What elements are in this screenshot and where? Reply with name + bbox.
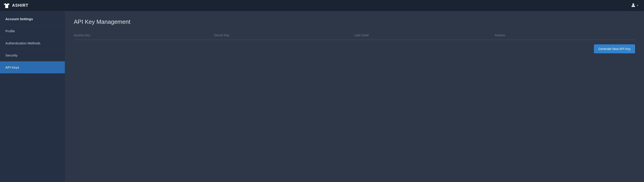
user-icon [631, 3, 636, 8]
brand-name: ASHIRT [12, 3, 28, 8]
navbar: ASHIRT ▼ [0, 0, 644, 11]
sidebar-item-label: Security [5, 53, 18, 57]
table-header-row: Access Key Secret Key Last Used Actions [74, 31, 635, 40]
brand: ASHIRT [4, 3, 28, 8]
api-keys-table: Access Key Secret Key Last Used Actions [74, 31, 635, 40]
generate-btn-row: Generate New API Key [74, 40, 635, 53]
col-header-secret-key: Secret Key [214, 31, 355, 40]
col-header-actions: Actions [495, 31, 635, 40]
content-area: API Key Management Access Key Secret Key… [65, 11, 644, 182]
main-layout: Account Settings Profile Authentication … [0, 11, 644, 182]
generate-new-api-key-button[interactable]: Generate New API Key [594, 44, 635, 53]
sidebar-item-account-settings[interactable]: Account Settings [0, 13, 65, 25]
col-header-access-key: Access Key [74, 31, 214, 40]
page-title: API Key Management [74, 18, 635, 25]
sidebar-item-profile[interactable]: Profile [0, 25, 65, 37]
sidebar-item-label: Profile [5, 29, 15, 33]
sidebar-item-api-keys[interactable]: API Keys [0, 61, 65, 73]
navbar-right: ▼ [629, 2, 640, 9]
chevron-down-icon: ▼ [636, 4, 639, 7]
user-menu-button[interactable]: ▼ [629, 2, 640, 9]
svg-point-0 [632, 3, 634, 5]
sidebar-item-security[interactable]: Security [0, 49, 65, 61]
sidebar-item-label: Account Settings [5, 17, 33, 21]
tshirt-icon [4, 3, 10, 8]
col-header-last-used: Last Used [354, 31, 495, 40]
sidebar-item-label: API Keys [5, 65, 19, 69]
sidebar: Account Settings Profile Authentication … [0, 11, 65, 182]
sidebar-item-authentication-methods[interactable]: Authentication Methods [0, 37, 65, 49]
sidebar-item-label: Authentication Methods [5, 41, 40, 45]
